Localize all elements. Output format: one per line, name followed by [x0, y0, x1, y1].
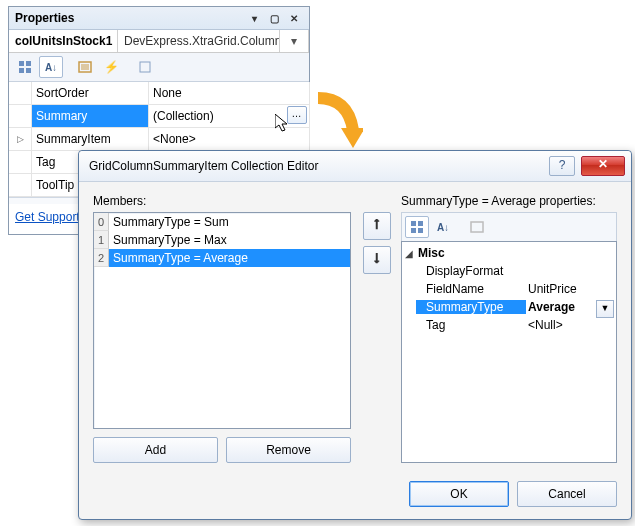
svg-rect-13: [411, 228, 416, 233]
panel-maximize-icon[interactable]: ▢: [265, 10, 283, 26]
object-name: colUnitsInStock1: [9, 30, 118, 52]
members-label: Members:: [93, 194, 351, 208]
ellipsis-button[interactable]: …: [287, 106, 307, 124]
help-button[interactable]: ?: [549, 156, 575, 176]
svg-rect-14: [418, 228, 423, 233]
property-value[interactable]: UnitPrice: [526, 282, 616, 296]
alphabetical-icon[interactable]: A↓: [39, 56, 63, 78]
svg-marker-10: [341, 128, 363, 148]
property-name: FieldName: [416, 282, 526, 296]
property-name: Tag: [416, 318, 526, 332]
get-support-link[interactable]: Get Support: [15, 210, 80, 224]
properties-title: Properties: [15, 11, 243, 25]
right-toolbar: A↓: [401, 212, 617, 241]
list-item-label: SummaryType = Max: [109, 231, 350, 249]
cancel-button[interactable]: Cancel: [517, 481, 617, 507]
property-name: Summary: [32, 105, 149, 128]
property-row[interactable]: Summary(Collection)…: [9, 105, 309, 128]
list-item-index: 2: [94, 249, 109, 267]
property-row[interactable]: ▷SummaryItem<None>: [9, 128, 309, 151]
extra-tool-icon[interactable]: [133, 56, 157, 78]
property-pages-icon[interactable]: [465, 216, 489, 238]
property-row[interactable]: SummaryTypeAverage▼: [402, 298, 616, 316]
category-row[interactable]: ◢Misc: [402, 244, 616, 262]
svg-rect-11: [411, 221, 416, 226]
property-value[interactable]: <Null>: [526, 318, 616, 332]
panel-close-icon[interactable]: ✕: [285, 10, 303, 26]
expand-icon: [9, 82, 32, 105]
svg-rect-12: [418, 221, 423, 226]
list-item-index: 0: [94, 213, 109, 231]
ok-button[interactable]: OK: [409, 481, 509, 507]
svg-rect-0: [19, 61, 24, 66]
property-value[interactable]: None: [149, 82, 310, 105]
lightning-icon[interactable]: ⚡: [99, 56, 123, 78]
properties-titlebar: Properties ▾ ▢ ✕: [9, 7, 309, 30]
remove-button[interactable]: Remove: [226, 437, 351, 463]
expand-icon: [9, 105, 32, 128]
dialog-footer: OK Cancel: [79, 471, 631, 519]
property-row[interactable]: Tag<Null>: [402, 316, 616, 334]
categorized-icon[interactable]: [13, 56, 37, 78]
list-item[interactable]: 0SummaryType = Sum: [94, 213, 350, 231]
property-pages-icon[interactable]: [73, 56, 97, 78]
dialog-titlebar: GridColumnSummaryItem Collection Editor …: [79, 151, 631, 182]
expand-icon[interactable]: ▷: [9, 128, 32, 151]
list-item-label: SummaryType = Sum: [109, 213, 350, 231]
property-value[interactable]: <None>: [149, 128, 310, 151]
move-down-button[interactable]: 🠗: [363, 246, 391, 274]
property-row[interactable]: SortOrderNone: [9, 82, 309, 105]
property-name: SummaryType: [416, 300, 526, 314]
property-row[interactable]: DisplayFormat: [402, 262, 616, 280]
add-button[interactable]: Add: [93, 437, 218, 463]
collection-editor-dialog: GridColumnSummaryItem Collection Editor …: [78, 150, 632, 520]
callout-arrow-icon: [313, 90, 363, 150]
property-value[interactable]: Average▼: [526, 300, 616, 314]
object-selector-dropdown-icon[interactable]: ▾: [280, 30, 309, 52]
object-type: DevExpress.XtraGrid.Columns.G: [118, 30, 280, 52]
object-selector[interactable]: colUnitsInStock1 DevExpress.XtraGrid.Col…: [9, 30, 309, 53]
list-item[interactable]: 1SummaryType = Max: [94, 231, 350, 249]
property-name: SortOrder: [32, 82, 149, 105]
right-label: SummaryType = Average properties:: [401, 194, 617, 208]
expand-icon: [9, 151, 32, 174]
collapse-icon[interactable]: ◢: [402, 248, 416, 259]
categorized-icon[interactable]: [405, 216, 429, 238]
property-name: DisplayFormat: [416, 264, 526, 278]
close-button[interactable]: ✕: [581, 156, 625, 176]
expand-icon: [9, 174, 32, 197]
move-up-button[interactable]: 🠕: [363, 212, 391, 240]
dialog-title: GridColumnSummaryItem Collection Editor: [89, 159, 549, 173]
property-value[interactable]: (Collection)…: [149, 105, 310, 128]
svg-rect-15: [471, 222, 483, 232]
svg-rect-1: [26, 61, 31, 66]
properties-toolbar: A↓ ⚡: [9, 53, 309, 82]
svg-rect-2: [19, 68, 24, 73]
dropdown-button[interactable]: ▼: [596, 300, 614, 318]
members-list[interactable]: 0SummaryType = Sum1SummaryType = Max2Sum…: [93, 212, 351, 429]
svg-rect-3: [26, 68, 31, 73]
list-item-index: 1: [94, 231, 109, 249]
list-item[interactable]: 2SummaryType = Average: [94, 249, 350, 267]
svg-rect-8: [140, 62, 150, 72]
list-item-label: SummaryType = Average: [109, 249, 350, 267]
property-row[interactable]: FieldNameUnitPrice: [402, 280, 616, 298]
right-property-grid: ◢MiscDisplayFormatFieldNameUnitPriceSumm…: [401, 241, 617, 463]
alphabetical-icon[interactable]: A↓: [431, 216, 455, 238]
panel-dropdown-icon[interactable]: ▾: [245, 10, 263, 26]
property-name: SummaryItem: [32, 128, 149, 151]
category-label: Misc: [416, 246, 518, 260]
